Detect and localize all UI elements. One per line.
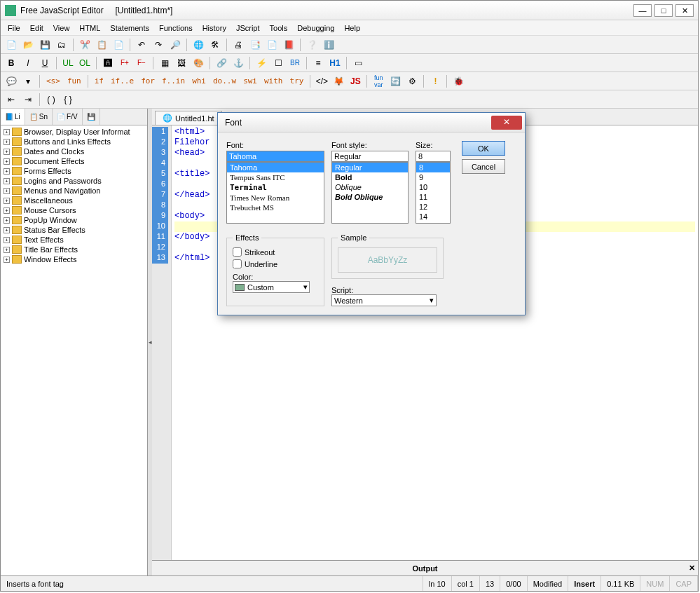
ol-button[interactable]: OL: [77, 55, 92, 71]
menu-help[interactable]: Help: [340, 22, 364, 34]
expand-icon[interactable]: +: [4, 149, 10, 155]
h1-button[interactable]: H1: [327, 55, 343, 71]
expand-icon[interactable]: +: [4, 168, 10, 175]
script-dropdown[interactable]: Western ▾: [331, 294, 437, 306]
close-button[interactable]: ✕: [675, 4, 694, 17]
info-icon[interactable]: ℹ️: [321, 37, 336, 53]
minimize-button[interactable]: —: [633, 4, 652, 17]
kw-if[interactable]: if: [92, 76, 107, 86]
br-button[interactable]: BR: [287, 55, 303, 71]
kw-try[interactable]: try: [287, 76, 307, 86]
tree-item[interactable]: +Miscellaneous: [2, 196, 146, 205]
list-item[interactable]: Terminal: [227, 182, 324, 193]
tree-item[interactable]: +Status Bar Effects: [2, 225, 146, 235]
tree-item[interactable]: +Menus and Navigation: [2, 186, 146, 196]
fox-icon[interactable]: 🦊: [331, 74, 346, 89]
italic-button[interactable]: I: [20, 55, 36, 71]
var-icon[interactable]: funvar: [371, 74, 386, 89]
warn-icon[interactable]: !: [427, 74, 443, 89]
menu-debugging[interactable]: Debugging: [293, 22, 338, 34]
align-icon[interactable]: ≡: [310, 55, 326, 71]
menu-tools[interactable]: Tools: [266, 22, 292, 34]
kw-dow[interactable]: do..w: [210, 76, 239, 86]
tree-item[interactable]: +Text Effects: [2, 235, 146, 245]
script-icon[interactable]: </>: [314, 74, 329, 89]
braces-icon[interactable]: { }: [60, 92, 76, 107]
sidebar-tab-fv[interactable]: 📄F/V: [53, 109, 83, 125]
list-item[interactable]: Times New Roman: [227, 193, 324, 203]
copy-icon[interactable]: 📋: [94, 37, 109, 53]
dialog-close-button[interactable]: ✕: [491, 116, 522, 130]
tree-item[interactable]: +PopUp Window: [2, 215, 146, 225]
editor-tab[interactable]: 🌐 Untitled1.ht: [155, 111, 222, 125]
fontdec-button[interactable]: F−: [134, 55, 149, 71]
refresh-icon[interactable]: 🔄: [387, 74, 403, 89]
list-item[interactable]: Tahoma: [227, 163, 324, 172]
list-item[interactable]: Tempus Sans ITC: [227, 172, 324, 182]
expand-icon[interactable]: +: [4, 227, 10, 233]
kw-with[interactable]: with: [261, 76, 286, 86]
tree-item[interactable]: +Logins and Passwords: [2, 176, 146, 186]
comment-icon[interactable]: ▭: [350, 55, 366, 71]
tree-item[interactable]: +Mouse Cursors: [2, 205, 146, 215]
sidebar-tree[interactable]: +Browser, Display User Informat+Buttons …: [1, 125, 147, 575]
list-item[interactable]: Oblique: [332, 182, 408, 192]
form-icon[interactable]: ☐: [270, 55, 286, 71]
kw-fun[interactable]: fun: [64, 76, 84, 86]
list-item[interactable]: 12: [416, 202, 450, 212]
list-item[interactable]: Bold Oblique: [332, 192, 408, 202]
color-dropdown[interactable]: Custom ▾: [233, 281, 310, 293]
tree-item[interactable]: +Window Effects: [2, 254, 146, 264]
tree-item[interactable]: +Dates and Clocks: [2, 146, 146, 156]
expand-icon[interactable]: +: [4, 198, 10, 204]
ok-button[interactable]: OK: [462, 141, 505, 156]
underline-checkbox[interactable]: [233, 259, 242, 268]
help-icon[interactable]: ❔: [304, 37, 320, 53]
list-item[interactable]: 8: [416, 163, 450, 172]
table-icon[interactable]: ▦: [157, 55, 172, 71]
tree-item[interactable]: +Document Effects: [2, 156, 146, 166]
output-close-icon[interactable]: ✕: [689, 564, 695, 573]
menu-view[interactable]: View: [49, 22, 74, 34]
redo-icon[interactable]: ↷: [151, 37, 166, 53]
fontcolor-icon[interactable]: 🅰: [100, 55, 116, 71]
globe-icon[interactable]: 🌐: [191, 37, 206, 53]
font-input[interactable]: [226, 151, 324, 162]
tree-item[interactable]: +Buttons and Links Effects: [2, 137, 146, 146]
expand-icon[interactable]: +: [4, 139, 10, 145]
flash-icon[interactable]: ⚡: [254, 55, 269, 71]
tools-icon[interactable]: 🛠: [207, 37, 223, 53]
maximize-button[interactable]: □: [654, 4, 673, 17]
doc-icon[interactable]: 📄: [264, 37, 280, 53]
expand-icon[interactable]: +: [4, 247, 10, 253]
menu-statements[interactable]: Statements: [106, 22, 153, 34]
list-item[interactable]: 16: [416, 221, 450, 224]
save-icon[interactable]: 💾: [37, 37, 53, 53]
saveall-icon[interactable]: 🗂: [54, 37, 69, 53]
menu-html[interactable]: HTML: [75, 22, 104, 34]
book-icon[interactable]: 📕: [281, 37, 296, 53]
size-input[interactable]: [416, 151, 451, 162]
list-item[interactable]: Trebuchet MS: [227, 203, 324, 212]
list-item[interactable]: Bold: [332, 172, 408, 182]
expand-icon[interactable]: +: [4, 158, 10, 165]
kw-for[interactable]: for: [138, 76, 158, 86]
menu-functions[interactable]: Functions: [155, 22, 197, 34]
expand-icon[interactable]: +: [4, 207, 10, 214]
list-item[interactable]: Regular: [332, 163, 408, 172]
font-list[interactable]: TahomaTempus Sans ITCTerminalTimes New R…: [226, 162, 324, 224]
preview-icon[interactable]: 📑: [247, 37, 263, 53]
dialog-titlebar[interactable]: Font ✕: [218, 113, 525, 132]
open-icon[interactable]: 📂: [20, 37, 36, 53]
menu-edit[interactable]: Edit: [26, 22, 48, 34]
kw-swi[interactable]: swi: [240, 76, 260, 86]
sidebar-tab-snippets[interactable]: 📋Sn: [25, 109, 53, 125]
kw-ife[interactable]: if..e: [108, 76, 137, 86]
tree-item[interactable]: +Forms Effects: [2, 166, 146, 176]
style-input[interactable]: [331, 151, 409, 162]
dropdown-icon[interactable]: ▾: [20, 74, 36, 89]
image-icon[interactable]: 🖼: [174, 55, 189, 71]
strikeout-checkbox[interactable]: [233, 247, 242, 257]
expand-icon[interactable]: +: [4, 178, 10, 184]
find-icon[interactable]: 🔎: [167, 37, 183, 53]
